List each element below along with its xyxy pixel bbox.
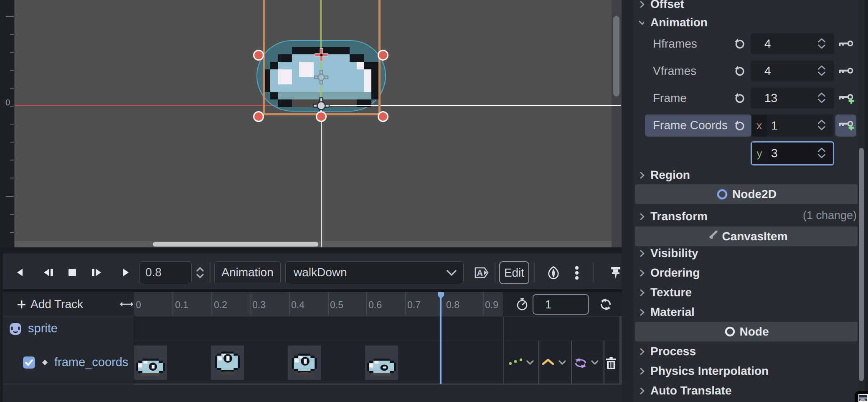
- svg-text:A: A: [477, 269, 483, 278]
